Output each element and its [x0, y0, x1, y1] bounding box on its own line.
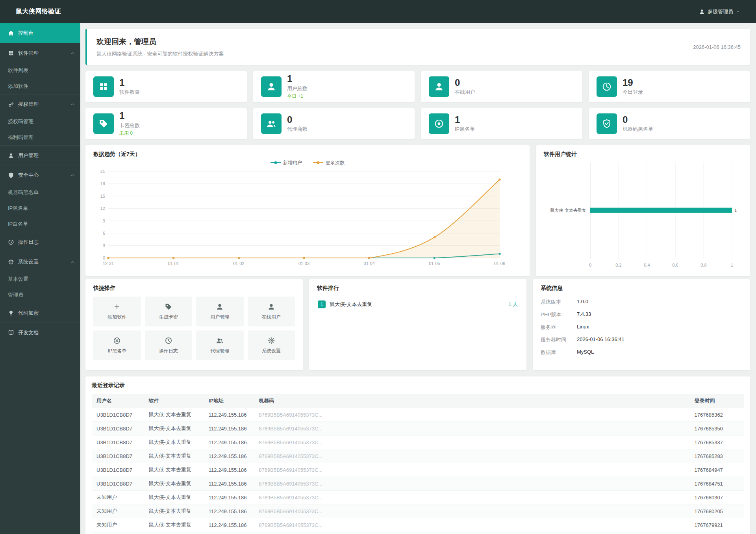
svg-text:21: 21 — [100, 169, 105, 174]
info-value: 1.0.0 — [577, 299, 588, 306]
stat-value: 0 — [455, 78, 475, 87]
sidebar-subitem[interactable]: 软件列表 — [0, 63, 80, 78]
info-value: MySQL — [577, 349, 594, 356]
sidebar-item-6[interactable]: 系统设置 — [0, 252, 80, 271]
table-cell: 未知用户 — [92, 504, 144, 518]
legend-label: 登录次数 — [326, 159, 345, 166]
stat-label: 机器码黑名单 — [623, 126, 653, 133]
quick-action-tile[interactable]: 系统设置 — [248, 330, 295, 360]
stat-label: 在线用户 — [455, 89, 475, 96]
quick-action-tile[interactable]: 代理管理 — [196, 330, 244, 360]
sidebar-item-3[interactable]: 用户管理 — [0, 145, 80, 165]
user-menu[interactable]: 超级管理员 — [699, 8, 740, 15]
sidebar-item-4[interactable]: 安全中心 — [0, 165, 80, 185]
svg-text:01-06: 01-06 — [494, 261, 505, 266]
table-cell: 鼠大侠-文本去重复 — [144, 408, 204, 422]
quick-action-tile[interactable]: 添加软件 — [93, 297, 141, 326]
sidebar-subitem[interactable]: IP黑名单 — [0, 200, 80, 216]
info-label: 系统版本 — [541, 299, 577, 306]
system-info-row: 数据库MySQL — [541, 346, 742, 359]
legend-item[interactable]: 登录次数 — [313, 159, 345, 166]
table-cell: 112.249.155.186 — [204, 422, 254, 436]
grid-icon — [8, 50, 14, 56]
chevron-up-icon — [70, 102, 75, 107]
stat-card-icon — [93, 113, 114, 134]
quick-action-tile[interactable]: 在线用户 — [248, 297, 295, 326]
table-cell: 1767684947 — [690, 463, 744, 477]
stat-label: 用户总数 — [287, 85, 308, 92]
svg-text:0: 0 — [103, 256, 105, 260]
quick-action-label: 在线用户 — [262, 314, 281, 321]
clock-icon — [165, 337, 172, 345]
stat-text: 0在线用户 — [455, 78, 475, 96]
svg-text:0.6: 0.6 — [672, 263, 678, 267]
stat-text: 1卡密总数未用 0 — [119, 111, 140, 136]
table-cell: 8769B5B5A6914055373C... — [254, 436, 689, 449]
table-cell: 1767684751 — [690, 477, 744, 491]
sidebar-item-label: 软件管理 — [18, 50, 39, 57]
gear-icon — [8, 259, 14, 265]
rank-software-name: 鼠大侠-文本去重复 — [330, 301, 372, 308]
column-header: IP地址 — [204, 394, 254, 408]
sidebar-subitem[interactable]: 基本设置 — [0, 271, 80, 287]
sidebar-subitem[interactable]: 添加软件 — [0, 78, 80, 94]
stat-value: 1 — [119, 78, 140, 87]
clock-icon — [8, 239, 14, 245]
legend-item[interactable]: 新增用户 — [271, 159, 302, 166]
sidebar-subitem[interactable]: IP白名单 — [0, 216, 80, 232]
recent-logins-table: 用户名软件IP地址机器码登录时间 U3B1D1CB8D7鼠大侠-文本去重复112… — [92, 394, 744, 534]
table-cell: 鼠大侠-文本去重复 — [144, 518, 204, 532]
stat-card-icon — [429, 76, 449, 97]
book-icon — [8, 330, 14, 336]
info-value: 7.4.33 — [577, 311, 591, 318]
table-cell: 1767685337 — [690, 436, 744, 449]
table-cell: 112.249.155.186 — [204, 436, 254, 449]
system-info-card: 系统信息 系统版本1.0.0PHP版本7.4.33服务器Linux服务器时间20… — [533, 279, 750, 370]
svg-text:15: 15 — [100, 194, 105, 198]
quick-actions-title: 快捷操作 — [93, 285, 295, 292]
sidebar-item-2[interactable]: 授权管理 — [0, 94, 80, 114]
software-user-chart-card: 软件用户统计 00.20.40.60.81鼠大侠-文本去重复1 — [536, 145, 750, 276]
stat-label: 代理商数 — [287, 126, 308, 133]
stat-card-icon — [429, 113, 449, 134]
stat-text: 1软件数量 — [119, 78, 140, 96]
stat-label: 今日登录 — [623, 89, 643, 96]
sidebar-item-7[interactable]: 代码加密 — [0, 303, 80, 323]
user-icon — [216, 303, 224, 311]
quick-action-tile[interactable]: 用户管理 — [196, 297, 244, 326]
info-label: 数据库 — [541, 349, 577, 356]
table-cell: 未知用户 — [92, 532, 144, 534]
quick-action-tile[interactable]: 生成卡密 — [145, 297, 193, 326]
sidebar-item-8[interactable]: 开发文档 — [0, 323, 80, 342]
table-cell: 鼠大侠-文本去重复 — [144, 422, 204, 436]
table-cell: 112.249.155.186 — [204, 532, 254, 534]
sidebar-item-0[interactable]: 控制台 — [0, 23, 80, 43]
table-cell: 112.249.155.186 — [204, 463, 254, 477]
stat-value: 1 — [455, 115, 475, 124]
quick-action-tile[interactable]: IP黑名单 — [93, 330, 141, 360]
chevron-up-icon — [70, 51, 75, 56]
quick-action-label: IP黑名单 — [108, 348, 126, 354]
sidebar-item-1[interactable]: 软件管理 — [0, 43, 80, 63]
info-value: 2026-01-06 16:36:41 — [577, 336, 624, 343]
users-icon — [216, 337, 224, 345]
sidebar-subitem[interactable]: 授权码管理 — [0, 114, 80, 130]
sidebar-subitem[interactable]: 福利码管理 — [0, 130, 80, 145]
quick-action-tile[interactable]: 操作日志 — [145, 330, 193, 360]
charts-row: 数据趋势（近7天） 新增用户登录次数 03691215182112-3101-0… — [85, 145, 750, 273]
trend-chart-card: 数据趋势（近7天） 新增用户登录次数 03691215182112-3101-0… — [85, 145, 530, 276]
app-shell: 控制台软件管理软件列表添加软件授权管理授权码管理福利码管理用户管理安全中心机器码… — [0, 23, 756, 534]
table-cell: 112.249.155.186 — [204, 518, 254, 532]
sidebar-item-5[interactable]: 操作日志 — [0, 232, 80, 252]
stat-text: 1IP黑名单 — [455, 115, 475, 133]
table-cell: 鼠大侠-文本去重复 — [144, 504, 204, 518]
tag-icon — [98, 119, 109, 129]
sidebar-subitem[interactable]: 管理员 — [0, 287, 80, 303]
table-cell: 1767685350 — [690, 422, 744, 436]
sidebar-subitem[interactable]: 机器码黑名单 — [0, 185, 80, 200]
stat-card: 1IP黑名单 — [421, 108, 582, 139]
chevron-down-icon — [736, 9, 740, 14]
table-cell: 鼠大侠-文本去重复 — [144, 477, 204, 491]
svg-text:12: 12 — [100, 206, 105, 211]
info-label: PHP版本 — [541, 311, 577, 318]
